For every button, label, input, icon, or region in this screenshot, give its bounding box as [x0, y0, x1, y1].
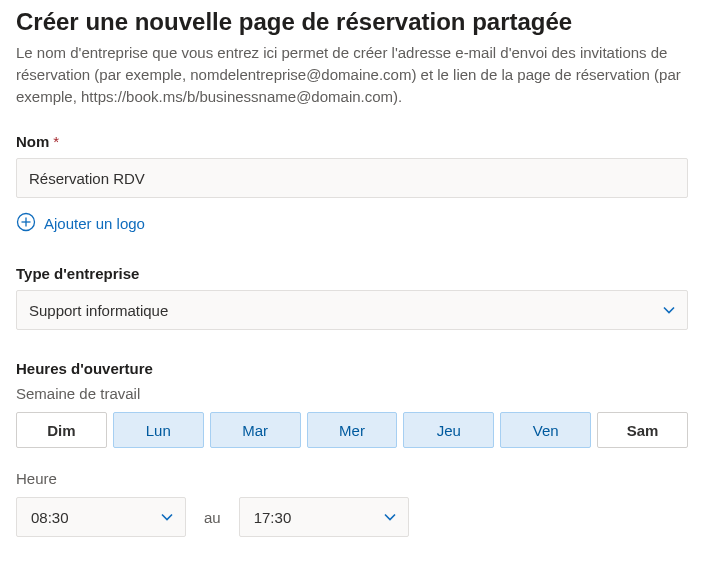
time-label: Heure: [16, 470, 688, 487]
day-mer[interactable]: Mer: [307, 412, 398, 448]
hours-label: Heures d'ouverture: [16, 360, 688, 377]
day-jeu[interactable]: Jeu: [403, 412, 494, 448]
day-ven[interactable]: Ven: [500, 412, 591, 448]
time-row: 08:30 au 17:30: [16, 497, 688, 537]
page-title: Créer une nouvelle page de réservation p…: [16, 8, 688, 36]
add-logo-button[interactable]: Ajouter un logo: [16, 212, 145, 235]
add-logo-label: Ajouter un logo: [44, 215, 145, 232]
business-type-label: Type d'entreprise: [16, 265, 688, 282]
business-type-select[interactable]: Support informatique: [16, 290, 688, 330]
end-time-select[interactable]: 17:30: [239, 497, 409, 537]
start-time-value: 08:30: [31, 509, 69, 526]
business-type-value: Support informatique: [29, 302, 168, 319]
day-lun[interactable]: Lun: [113, 412, 204, 448]
required-mark: *: [53, 133, 59, 150]
name-label-text: Nom: [16, 133, 49, 150]
day-sam[interactable]: Sam: [597, 412, 688, 448]
page-description: Le nom d'entreprise que vous entrez ici …: [16, 42, 688, 107]
week-label: Semaine de travail: [16, 385, 688, 402]
name-label: Nom*: [16, 133, 688, 150]
name-input[interactable]: [16, 158, 688, 198]
days-row: Dim Lun Mar Mer Jeu Ven Sam: [16, 412, 688, 448]
plus-circle-icon: [16, 212, 36, 235]
day-dim[interactable]: Dim: [16, 412, 107, 448]
end-time-value: 17:30: [254, 509, 292, 526]
time-separator: au: [204, 509, 221, 526]
start-time-select[interactable]: 08:30: [16, 497, 186, 537]
day-mar[interactable]: Mar: [210, 412, 301, 448]
